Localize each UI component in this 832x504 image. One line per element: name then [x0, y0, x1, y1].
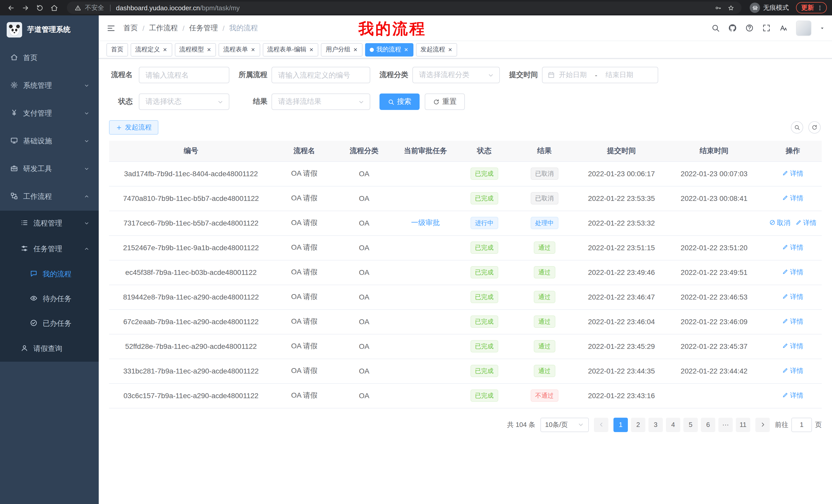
page-button[interactable]: 5 [683, 417, 698, 432]
browser-update-button[interactable]: 更新 [796, 2, 827, 13]
sidebar-item-label: 已办任务 [43, 319, 89, 328]
sidebar-toggle[interactable] [99, 23, 123, 33]
browser-back-button[interactable] [5, 2, 17, 13]
breadcrumb-item[interactable]: 首页 [123, 23, 138, 33]
page-button[interactable]: 2 [631, 417, 645, 432]
pagination-more-button[interactable]: ··· [718, 417, 733, 432]
sidebar-item-leave-query[interactable]: 请假查询 [0, 336, 99, 362]
detail-link[interactable]: 详情 [782, 292, 803, 302]
header-search-icon[interactable] [711, 24, 720, 32]
tab-item[interactable]: 首页 [106, 43, 128, 56]
status-select[interactable]: 请选择状态 [139, 93, 229, 110]
tab-item[interactable]: 流程表单 × [218, 43, 260, 56]
process-name-input[interactable] [139, 67, 229, 83]
create-process-button[interactable]: 发起流程 [109, 120, 158, 135]
result-select[interactable]: 请选择流结果 [271, 93, 370, 110]
address-bar[interactable]: 不安全 dashboard.yudao.iocoder.cn/bpm/task/… [67, 2, 742, 14]
close-icon[interactable]: × [162, 46, 167, 53]
browser-menu-icon[interactable] [815, 3, 824, 12]
table-row: 67c2eaab-7b9a-11ec-a290-acde48001122 OA … [109, 309, 822, 334]
sidebar-item-process-management[interactable]: 流程管理 [0, 211, 99, 236]
security-status[interactable]: 不安全 [73, 3, 104, 12]
detail-link[interactable]: 详情 [782, 169, 803, 178]
detail-link[interactable]: 详情 [782, 342, 803, 351]
detail-link[interactable]: 详情 [796, 218, 816, 228]
bookmark-star-icon[interactable] [726, 3, 735, 12]
cell-category: OA [336, 309, 393, 334]
sidebar-item-workflow[interactable]: 工作流程 [0, 183, 99, 211]
browser-reload-button[interactable] [34, 2, 45, 13]
current-task-link[interactable]: 一级审批 [411, 218, 440, 227]
goto-page-input[interactable] [791, 417, 812, 432]
incognito-profile-chip[interactable]: 无痕模式 [749, 2, 793, 14]
category-select[interactable]: 请选择流程分类 [412, 67, 500, 83]
tab-item[interactable]: 用户分组 × [321, 43, 363, 56]
sidebar-item-infrastructure[interactable]: 基础设施 [0, 128, 99, 155]
date-range-picker[interactable]: 开始日期 - 结束日期 [542, 67, 658, 83]
close-icon[interactable]: × [353, 46, 358, 53]
app-header: 首页/工作流程/任务管理/我的流程 我的流程 [99, 16, 832, 41]
tab-item[interactable]: 发起流程 × [416, 43, 457, 56]
detail-link[interactable]: 详情 [782, 391, 803, 400]
password-key-icon[interactable] [713, 3, 723, 12]
detail-link[interactable]: 详情 [782, 317, 803, 326]
sidebar-item-payment-management[interactable]: 支付管理 [0, 100, 99, 128]
close-icon[interactable]: × [251, 46, 255, 53]
page-button[interactable]: 6 [701, 417, 715, 432]
help-icon[interactable] [745, 24, 754, 32]
sidebar-item-todo-tasks[interactable]: 待办任务 [0, 287, 99, 311]
sidebar-item-label: 首页 [23, 53, 89, 63]
font-size-icon[interactable] [779, 24, 788, 32]
caret-down-icon[interactable] [820, 25, 825, 31]
result-badge: 通过 [534, 340, 555, 353]
check-icon [30, 319, 37, 328]
cancel-link[interactable]: 取消 [769, 218, 790, 228]
close-icon[interactable]: × [404, 46, 409, 53]
prev-page-button[interactable] [594, 417, 608, 432]
tab-label: 流程模型 [179, 45, 204, 54]
avatar[interactable] [796, 20, 811, 36]
close-icon[interactable]: × [206, 46, 211, 53]
close-icon[interactable]: × [309, 46, 314, 53]
tab-item[interactable]: 流程模型 × [175, 43, 216, 56]
browser-home-button[interactable] [48, 2, 60, 13]
table-search-button[interactable] [791, 121, 803, 134]
filter-process-name: 流程名 [109, 67, 229, 83]
browser-forward-button[interactable] [20, 2, 31, 13]
page-button[interactable]: 3 [648, 417, 663, 432]
tab-item[interactable]: 流程定义 × [131, 43, 172, 56]
cell-end-time: 2022-01-23 00:08:41 [664, 186, 764, 211]
reset-button[interactable]: 重置 [425, 93, 465, 110]
github-icon[interactable] [728, 24, 737, 32]
sidebar-item-task-management[interactable]: 任务管理 [0, 236, 99, 262]
close-icon[interactable]: × [448, 46, 452, 53]
sidebar-item-home[interactable]: 首页 [0, 44, 99, 72]
sidebar-item-system-management[interactable]: 系统管理 [0, 72, 99, 100]
parent-process-input[interactable] [271, 67, 370, 83]
logo[interactable]: 芋道管理系统 [0, 16, 99, 44]
table-refresh-button[interactable] [808, 121, 821, 134]
edit-icon [796, 219, 802, 227]
breadcrumb-item[interactable]: 工作流程 [149, 23, 178, 33]
cell-category: OA [336, 334, 393, 359]
detail-link[interactable]: 详情 [782, 268, 803, 277]
sidebar-item-done-tasks[interactable]: 已办任务 [0, 311, 99, 336]
sidebar-item-dev-tools[interactable]: 研发工具 [0, 155, 99, 183]
filter-status: 状态 请选择状态 [109, 93, 229, 110]
cell-process-name: OA 请假 [273, 161, 336, 186]
cell-current-task [393, 359, 458, 383]
detail-link[interactable]: 详情 [782, 366, 803, 375]
page-button[interactable]: 4 [666, 417, 680, 432]
sidebar-item-my-process[interactable]: 我的流程 [0, 262, 99, 287]
page-size-select[interactable]: 10条/页 [541, 417, 589, 432]
detail-link[interactable]: 详情 [782, 243, 803, 252]
page-button[interactable]: 1 [614, 417, 628, 432]
search-button[interactable]: 搜索 [380, 93, 420, 110]
detail-link[interactable]: 详情 [782, 194, 803, 203]
breadcrumb-item[interactable]: 任务管理 [189, 23, 218, 33]
next-page-button[interactable] [755, 417, 770, 432]
page-button[interactable]: 11 [736, 417, 750, 432]
fullscreen-icon[interactable] [762, 24, 771, 32]
tab-item[interactable]: 流程表单-编辑 × [263, 43, 318, 56]
tab-item[interactable]: 我的流程 × [365, 43, 413, 56]
